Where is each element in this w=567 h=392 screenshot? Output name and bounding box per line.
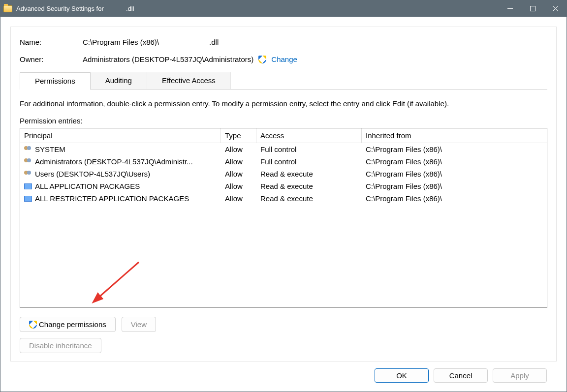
principal-text: ALL APPLICATION PACKAGES <box>35 182 140 190</box>
change-permissions-button[interactable]: Change permissions <box>20 317 116 332</box>
col-inherited[interactable]: Inherited from <box>362 128 547 143</box>
access-cell: Full control <box>256 155 362 168</box>
client-area: Name: C:\Program Files (x86)\ .dll Owner… <box>0 17 567 392</box>
inherited-cell: C:\Program Files (x86)\ <box>362 180 547 192</box>
principal-cell: ALL APPLICATION PACKAGES <box>20 180 221 192</box>
access-cell: Read & execute <box>256 168 362 180</box>
package-icon <box>24 196 32 202</box>
disable-inheritance-button[interactable]: Disable inheritance <box>20 338 101 353</box>
grid-body: SYSTEMAllowFull controlC:\Program Files … <box>20 143 547 205</box>
users-icon <box>24 171 32 178</box>
tabstrip: Permissions Auditing Effective Access <box>20 72 547 90</box>
principal-cell: SYSTEM <box>20 143 221 155</box>
users-icon <box>24 158 32 165</box>
dialog-footer: OK Cancel Apply <box>10 362 557 385</box>
principal-text: SYSTEM <box>35 145 65 153</box>
table-row[interactable]: SYSTEMAllowFull controlC:\Program Files … <box>20 143 547 155</box>
access-cell: Read & execute <box>256 192 362 205</box>
svg-rect-1 <box>530 6 535 11</box>
info-text: For additional information, double-click… <box>20 99 547 108</box>
inherited-cell: C:\Program Files (x86)\ <box>362 168 547 180</box>
ok-button[interactable]: OK <box>375 368 429 383</box>
change-permissions-label: Change permissions <box>39 320 106 329</box>
type-cell: Allow <box>221 155 256 168</box>
table-row[interactable]: Users (DESKTOP-4L537JQ\Users)AllowRead &… <box>20 168 547 180</box>
name-row: Name: C:\Program Files (x86)\ .dll <box>20 38 547 46</box>
permission-grid[interactable]: Principal Type Access Inherited from SYS… <box>20 128 547 308</box>
principal-text: ALL RESTRICTED APPLICATION PACKAGES <box>35 194 189 203</box>
principal-text: Users (DESKTOP-4L537JQ\Users) <box>35 170 150 178</box>
action-row-1: Change permissions View <box>20 317 547 332</box>
titlebar[interactable]: Advanced Security Settings for .dll <box>0 0 567 17</box>
main-panel: Name: C:\Program Files (x86)\ .dll Owner… <box>10 27 557 362</box>
col-principal[interactable]: Principal <box>20 128 221 143</box>
tab-effective-access[interactable]: Effective Access <box>147 72 231 89</box>
advanced-security-window: Advanced Security Settings for .dll Name… <box>0 0 567 392</box>
principal-cell: ALL RESTRICTED APPLICATION PACKAGES <box>20 192 221 205</box>
col-type[interactable]: Type <box>221 128 256 143</box>
principal-cell: Administrators (DESKTOP-4L537JQ\Administ… <box>20 155 221 168</box>
view-button[interactable]: View <box>122 317 156 332</box>
window-title: Advanced Security Settings for .dll <box>16 5 134 12</box>
type-cell: Allow <box>221 168 256 180</box>
type-cell: Allow <box>221 143 256 155</box>
table-row[interactable]: Administrators (DESKTOP-4L537JQ\Administ… <box>20 155 547 168</box>
owner-row: Owner: Administrators (DESKTOP-4L537JQ\A… <box>20 55 547 63</box>
access-cell: Full control <box>256 143 362 155</box>
table-row[interactable]: ALL APPLICATION PACKAGESAllowRead & exec… <box>20 180 547 192</box>
type-cell: Allow <box>221 180 256 192</box>
shield-icon <box>29 321 37 329</box>
entries-label: Permission entries: <box>20 117 547 125</box>
close-button[interactable] <box>544 0 567 17</box>
table-row[interactable]: ALL RESTRICTED APPLICATION PACKAGESAllow… <box>20 192 547 205</box>
owner-value: Administrators (DESKTOP-4L537JQ\Administ… <box>83 55 547 63</box>
shield-icon <box>258 56 266 63</box>
cancel-button[interactable]: Cancel <box>434 368 488 383</box>
owner-label: Owner: <box>20 55 83 63</box>
principal-cell: Users (DESKTOP-4L537JQ\Users) <box>20 168 221 180</box>
inherited-cell: C:\Program Files (x86)\ <box>362 143 547 155</box>
name-label: Name: <box>20 38 83 46</box>
name-value-file: .dll <box>209 38 219 46</box>
name-value: C:\Program Files (x86)\ .dll <box>83 38 547 46</box>
grid-header[interactable]: Principal Type Access Inherited from <box>20 128 547 143</box>
package-icon <box>24 183 32 189</box>
title-file: .dll <box>126 5 134 12</box>
inherited-cell: C:\Program Files (x86)\ <box>362 192 547 205</box>
title-prefix: Advanced Security Settings for <box>16 5 104 12</box>
inherited-cell: C:\Program Files (x86)\ <box>362 155 547 168</box>
col-access[interactable]: Access <box>256 128 362 143</box>
owner-text: Administrators (DESKTOP-4L537JQ\Administ… <box>83 55 253 63</box>
name-value-path: C:\Program Files (x86)\ <box>83 38 159 46</box>
users-icon <box>24 146 32 153</box>
principal-text: Administrators (DESKTOP-4L537JQ\Administ… <box>35 157 193 166</box>
access-cell: Read & execute <box>256 180 362 192</box>
apply-button[interactable]: Apply <box>493 368 547 383</box>
type-cell: Allow <box>221 192 256 205</box>
maximize-button[interactable] <box>521 0 544 17</box>
folder-icon <box>3 5 12 12</box>
action-row-2: Disable inheritance <box>20 338 547 353</box>
change-owner-link[interactable]: Change <box>271 55 297 63</box>
tab-auditing[interactable]: Auditing <box>91 72 147 89</box>
tab-permissions[interactable]: Permissions <box>20 72 91 90</box>
minimize-button[interactable] <box>499 0 521 17</box>
